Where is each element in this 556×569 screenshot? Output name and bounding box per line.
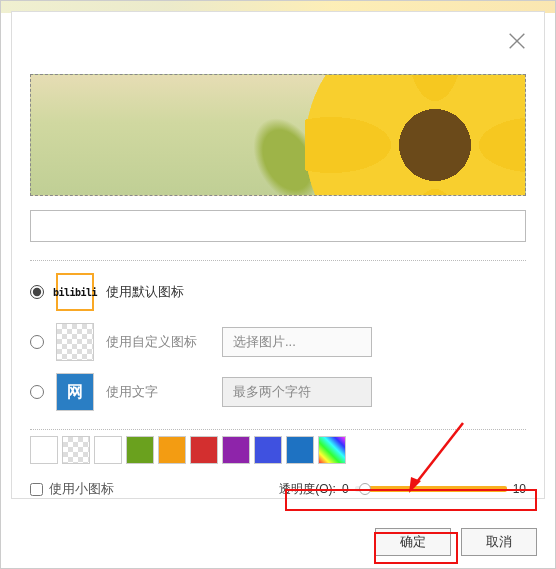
opacity-min: 0 [342, 482, 349, 496]
ok-button[interactable]: 确定 [375, 528, 451, 556]
icon-settings-dialog: bilibili 使用默认图标 使用自定义图标 选择图片... 网 使用文字 最… [11, 11, 545, 499]
opacity-label: 透明度(O): [279, 481, 336, 498]
text-icon-preview[interactable]: 网 [56, 373, 94, 411]
color-swatch-5[interactable] [190, 436, 218, 464]
color-swatch-0[interactable] [30, 436, 58, 464]
use-small-icon-checkbox[interactable] [30, 483, 43, 496]
slider-thumb[interactable] [359, 483, 371, 495]
pick-image-label: 选择图片... [233, 333, 296, 351]
slider-track [355, 486, 507, 492]
cancel-label: 取消 [486, 533, 512, 551]
pick-image-button[interactable]: 选择图片... [222, 327, 372, 357]
option-default-icon: bilibili 使用默认图标 [30, 273, 526, 311]
opacity-control: 透明度(O): 0 10 [279, 481, 526, 498]
icon-text-placeholder: 最多两个字符 [233, 383, 311, 401]
custom-icon-label: 使用自定义图标 [106, 333, 210, 351]
cancel-button[interactable]: 取消 [461, 528, 537, 556]
title-input[interactable] [30, 210, 526, 242]
option-custom-icon: 使用自定义图标 选择图片... [30, 323, 526, 361]
dialog-buttons: 确定 取消 [375, 528, 537, 556]
default-icon-label: 使用默认图标 [106, 283, 210, 301]
default-icon-preview[interactable]: bilibili [56, 273, 94, 311]
color-swatch-1[interactable] [62, 436, 90, 464]
color-swatches [30, 436, 526, 464]
icon-text-input[interactable]: 最多两个字符 [222, 377, 372, 407]
bottom-controls: 使用小图标 透明度(O): 0 10 [30, 480, 526, 498]
color-swatch-4[interactable] [158, 436, 186, 464]
close-icon [506, 30, 528, 52]
close-button[interactable] [506, 30, 530, 54]
custom-icon-preview[interactable] [56, 323, 94, 361]
color-swatch-6[interactable] [222, 436, 250, 464]
preview-sunflower-decoration [305, 74, 526, 196]
ok-label: 确定 [400, 533, 426, 551]
opacity-max: 10 [513, 482, 526, 496]
wang-char: 网 [67, 382, 83, 403]
use-small-icon-label: 使用小图标 [49, 480, 114, 498]
icon-source-options: bilibili 使用默认图标 使用自定义图标 选择图片... 网 使用文字 最… [30, 273, 526, 411]
bilibili-icon: bilibili [53, 287, 97, 298]
divider [30, 429, 526, 430]
color-swatch-7[interactable] [254, 436, 282, 464]
option-text-icon: 网 使用文字 最多两个字符 [30, 373, 526, 411]
radio-custom-icon[interactable] [30, 335, 44, 349]
radio-text-icon[interactable] [30, 385, 44, 399]
color-swatch-2[interactable] [94, 436, 122, 464]
color-swatch-3[interactable] [126, 436, 154, 464]
preview-image [30, 74, 526, 196]
divider [30, 260, 526, 261]
color-swatch-9[interactable] [318, 436, 346, 464]
color-swatch-8[interactable] [286, 436, 314, 464]
use-small-icon-row: 使用小图标 [30, 480, 114, 498]
opacity-slider[interactable] [355, 482, 507, 496]
text-icon-label: 使用文字 [106, 383, 210, 401]
radio-default-icon[interactable] [30, 285, 44, 299]
